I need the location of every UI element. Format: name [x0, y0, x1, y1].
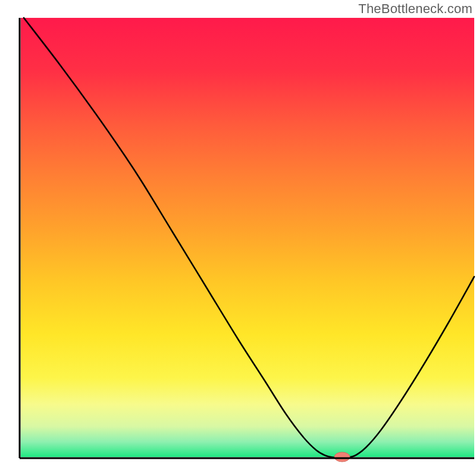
chart-stage: TheBottleneck.com	[0, 0, 476, 476]
watermark-text: TheBottleneck.com	[358, 1, 472, 17]
optimal-marker	[334, 452, 350, 462]
bottleneck-plot	[0, 0, 476, 476]
plot-background	[21, 18, 475, 458]
